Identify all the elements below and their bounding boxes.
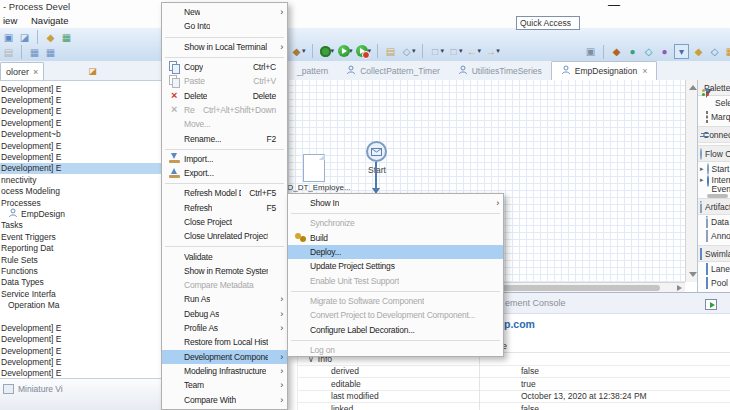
menu-item-delete[interactable]: ×DeleteDelete (162, 88, 287, 102)
explorer-item-development-e[interactable]: Development] E (0, 345, 161, 356)
property-row-linked[interactable]: linkedfalse (298, 403, 730, 410)
explorer-item-item[interactable] (0, 311, 161, 322)
dropdown-caret-icon[interactable]: ▾ (349, 47, 353, 55)
explorer-item-processes[interactable]: Processes (0, 197, 161, 208)
menu-item-development-component[interactable]: Development Component› (162, 350, 287, 364)
run-icon[interactable] (337, 45, 350, 58)
explorer-item-development-b[interactable]: Development~b (0, 129, 161, 140)
draw-icon[interactable]: ◇ (708, 45, 721, 58)
console-tab[interactable]: ement Console (505, 298, 566, 308)
tab-collectpattern-timer[interactable]: CollectPattern_Timer (337, 61, 449, 80)
close-icon[interactable]: × (642, 66, 647, 76)
explorer-item-operation-ma[interactable]: Operation Ma (0, 299, 161, 310)
menu-item-show-in-remote-systems-view[interactable]: Show in Remote Systems view (162, 264, 287, 278)
palette-item-marquee[interactable]: Marquee (698, 110, 730, 124)
start-event-node[interactable] (366, 141, 387, 162)
scroll-up-icon[interactable] (689, 85, 697, 90)
property-row-derived[interactable]: derivedfalse (298, 366, 730, 379)
run-history-icon[interactable] (356, 45, 369, 58)
dropdown-caret-icon[interactable]: ▾ (302, 47, 306, 55)
tab-secondary[interactable]: ◪ (86, 65, 99, 78)
new-dc-icon[interactable]: ◆ (610, 45, 623, 58)
menu-item-close-project[interactable]: Close Project (162, 215, 287, 229)
explorer-item-development-e[interactable]: Development] E (0, 334, 161, 345)
select-tool-icon[interactable]: ▾ (674, 44, 689, 59)
explorer-item-development-e[interactable]: Development] E (0, 322, 161, 333)
dropdown-caret-icon[interactable]: ▾ (478, 47, 482, 55)
explorer-item-nnectivity[interactable]: nnectivity (0, 174, 161, 185)
sync-icon[interactable]: ● (626, 45, 639, 58)
explorer-item-development-e[interactable]: Development] E (0, 140, 161, 151)
scroll-down-icon[interactable] (689, 272, 697, 277)
data-object-node[interactable] (303, 154, 325, 182)
palette-item-select[interactable]: Select (698, 96, 730, 110)
menu-item-copy[interactable]: CopyCtrl+C (162, 60, 287, 74)
menu-item-refresh-model-data[interactable]: Refresh Model DataCtrl+F5 (162, 186, 287, 200)
dropdown-caret-icon[interactable]: ▾ (441, 47, 445, 55)
perspective-icon[interactable]: ▣ (584, 45, 597, 58)
property-row-last-modified[interactable]: last modifiedOctober 13, 2020 at 12:38:2… (298, 391, 730, 404)
grid-icon[interactable]: ▦ (724, 45, 730, 58)
menu-item-compare-with[interactable]: Compare With› (162, 392, 287, 406)
palette-item-swimlanes[interactable]: Swimlanes (698, 245, 730, 262)
menubar-item-view[interactable]: iew (3, 15, 17, 26)
dropdown-caret-icon[interactable]: ▾ (331, 47, 335, 55)
explorer-item-development-e[interactable]: Development] E (0, 83, 161, 94)
explorer-item-development-e[interactable]: Development] E (0, 151, 161, 162)
explorer-item-functions[interactable]: Functions (0, 265, 161, 276)
explorer-item-event-triggers[interactable]: Event Triggers (0, 231, 161, 242)
property-row-editable[interactable]: editabletrue (298, 378, 730, 391)
menu-item-profile-as[interactable]: Profile As› (162, 321, 287, 335)
menu-item-deploy[interactable]: Deploy... (288, 245, 503, 259)
explorer-item-development-e[interactable]: Development] E (0, 356, 161, 367)
palette-item-intermediate-event[interactable]: ▸Intermediate Event (698, 176, 730, 196)
scroll-right-icon[interactable] (677, 285, 682, 291)
menu-item-show-in[interactable]: Show In› (288, 196, 503, 210)
edit-pencil-icon[interactable]: ◆ (44, 31, 57, 44)
menu-item-new[interactable]: New› (162, 5, 287, 19)
close-icon[interactable]: × (33, 67, 38, 77)
host-link[interactable]: p.com (504, 318, 535, 330)
menu-item-run-as[interactable]: Run As› (162, 292, 287, 306)
expander-icon[interactable]: ▸ (700, 165, 704, 173)
open-console-icon[interactable] (705, 298, 717, 310)
new-wizard-icon[interactable]: ▦ (60, 31, 73, 44)
menubar-item-navigate[interactable]: Navigate (31, 15, 69, 26)
dropdown-caret-icon[interactable]: ▾ (412, 47, 416, 55)
explorer-item-ocess-modeling[interactable]: ocess Modeling (0, 186, 161, 197)
menu-item-rename[interactable]: Rename...F2 (162, 131, 287, 145)
explorer-item-empdesign[interactable]: EmpDesign (0, 208, 161, 219)
tab-utilitiestimeseries[interactable]: UtilitiesTimeSeries (449, 61, 551, 80)
menu-item-export[interactable]: Export... (162, 166, 287, 180)
sequence-flow-line[interactable] (375, 162, 377, 189)
menu-item-build[interactable]: Build (288, 231, 503, 245)
transport-icon[interactable]: ◇ (642, 45, 655, 58)
palette-item-flow-objects[interactable]: Flow Objects (698, 145, 730, 162)
minimize-icon[interactable]: — (608, 0, 620, 12)
explorer-item-development-e[interactable]: Development] E (0, 94, 161, 105)
menu-item-restore-from-local-history[interactable]: Restore from Local History... (162, 335, 287, 349)
new-file-icon[interactable]: ▣ (2, 31, 15, 44)
menu-item-import[interactable]: Import... (162, 152, 287, 166)
menu-item-configure-label-decoration[interactable]: Configure Label Decoration... (288, 322, 503, 336)
menu-item-modeling-infrastructure[interactable]: Modeling Infrastructure› (162, 364, 287, 378)
tab-pattern[interactable]: _pattern (288, 61, 337, 80)
explorer-item-data-types[interactable]: Data Types (0, 277, 161, 288)
save-icon[interactable]: ◪ (18, 31, 31, 44)
explorer-item-service-interfa[interactable]: Service Interfa (0, 288, 161, 299)
palette-item-artifacts[interactable]: Artifacts (698, 198, 730, 215)
palette-item-lane[interactable]: Lane (698, 262, 730, 276)
miniature-view-header[interactable]: Miniature Vi (0, 378, 164, 410)
menu-item-show-in-local-terminal[interactable]: Show in Local Terminal› (162, 40, 287, 54)
layout-grid2-icon[interactable]: ▦ (44, 46, 57, 59)
expander-icon[interactable]: ▸ (700, 176, 704, 184)
palette-item-connections[interactable]: Connections (698, 126, 730, 143)
palette-item-data-object[interactable]: Data Object (698, 215, 730, 229)
palette-scroll-pill[interactable] (707, 194, 728, 198)
explorer-item-development-e[interactable]: Development] E (0, 117, 161, 128)
menu-item-team[interactable]: Team› (162, 378, 287, 392)
menu-item-validate[interactable]: Validate (162, 249, 287, 263)
tab-project-explorer[interactable]: olorer × (0, 62, 44, 80)
menu-item-debug-as[interactable]: Debug As› (162, 307, 287, 321)
layout-grid-icon[interactable]: ▦ (28, 46, 41, 59)
